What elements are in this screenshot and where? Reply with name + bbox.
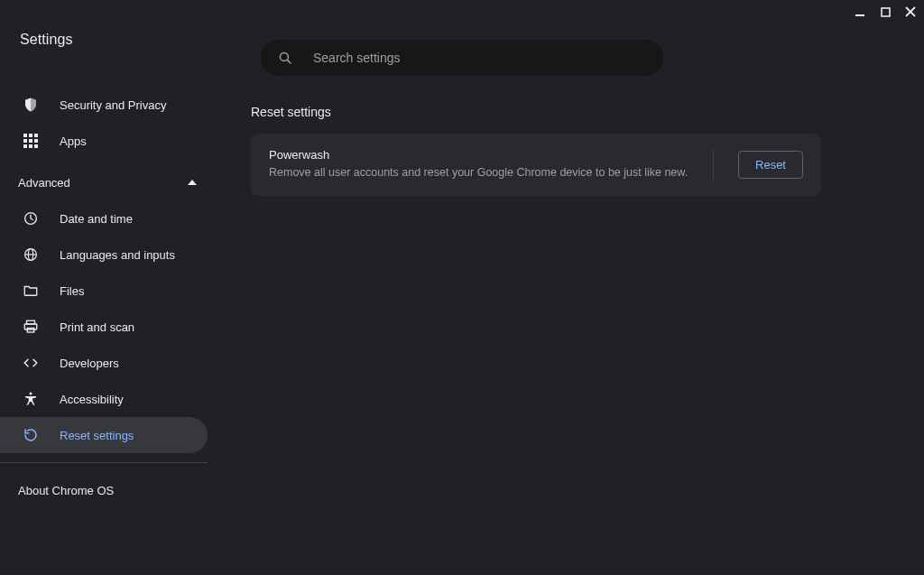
minimize-icon[interactable] xyxy=(854,5,866,18)
accessibility-icon xyxy=(22,390,40,408)
svg-rect-12 xyxy=(23,144,27,148)
sidebar-item-about[interactable]: About Chrome OS xyxy=(0,472,208,508)
svg-rect-1 xyxy=(882,8,890,16)
page-title: Reset settings xyxy=(251,105,821,119)
sidebar: Security and Privacy Apps Advanced xyxy=(0,79,224,575)
search-input[interactable] xyxy=(313,51,647,65)
code-icon xyxy=(22,354,40,372)
window-controls xyxy=(854,5,917,18)
sidebar-item-label: Developers xyxy=(60,357,119,370)
apps-grid-icon xyxy=(22,132,40,150)
reset-icon xyxy=(22,426,40,444)
folder-icon xyxy=(22,282,40,300)
clock-icon xyxy=(22,209,40,227)
close-icon[interactable] xyxy=(904,5,917,18)
powerwash-description: Remove all user accounts and reset your … xyxy=(269,165,688,181)
sidebar-item-label: Date and time xyxy=(60,212,133,226)
svg-point-22 xyxy=(30,393,32,395)
shield-icon xyxy=(22,96,40,114)
sidebar-item-label: Apps xyxy=(60,134,87,148)
svg-rect-11 xyxy=(34,139,38,143)
sidebar-section-advanced[interactable]: Advanced xyxy=(0,164,224,200)
sidebar-item-files[interactable]: Files xyxy=(0,273,208,309)
search-bar[interactable] xyxy=(261,40,663,76)
globe-icon xyxy=(22,246,40,264)
sidebar-item-print-scan[interactable]: Print and scan xyxy=(0,309,208,345)
svg-rect-14 xyxy=(34,144,38,148)
svg-rect-8 xyxy=(34,134,38,137)
svg-rect-6 xyxy=(23,134,27,137)
svg-rect-21 xyxy=(27,329,34,333)
svg-rect-13 xyxy=(29,144,32,148)
sidebar-item-languages[interactable]: Languages and inputs xyxy=(0,236,208,273)
sidebar-divider xyxy=(0,462,208,463)
search-icon xyxy=(277,50,293,66)
sidebar-item-label: Reset settings xyxy=(60,429,134,442)
section-label: Advanced xyxy=(18,176,70,190)
sidebar-item-reset-settings[interactable]: Reset settings xyxy=(0,417,208,453)
sidebar-item-date-time[interactable]: Date and time xyxy=(0,200,208,236)
powerwash-card: Powerwash Remove all user accounts and r… xyxy=(251,134,821,196)
card-separator xyxy=(713,148,714,181)
sidebar-item-developers[interactable]: Developers xyxy=(0,345,208,381)
sidebar-item-apps[interactable]: Apps xyxy=(0,123,208,159)
sidebar-item-label: Files xyxy=(60,284,84,298)
sidebar-item-accessibility[interactable]: Accessibility xyxy=(0,381,208,417)
main-content: Reset settings Powerwash Remove all user… xyxy=(224,79,924,575)
sidebar-item-label: Print and scan xyxy=(60,320,134,334)
topbar: Settings xyxy=(0,0,924,79)
sidebar-item-label: Languages and inputs xyxy=(60,248,175,262)
maximize-icon[interactable] xyxy=(879,5,892,18)
svg-rect-10 xyxy=(29,139,32,143)
sidebar-item-label: About Chrome OS xyxy=(18,484,114,497)
svg-rect-9 xyxy=(23,139,27,143)
powerwash-title: Powerwash xyxy=(269,148,688,162)
app-title: Settings xyxy=(20,32,73,48)
svg-rect-7 xyxy=(29,134,32,137)
chevron-up-icon xyxy=(188,180,197,185)
svg-line-5 xyxy=(287,60,291,63)
sidebar-item-label: Accessibility xyxy=(60,393,124,406)
sidebar-item-label: Security and Privacy xyxy=(60,98,167,112)
sidebar-item-security-privacy[interactable]: Security and Privacy xyxy=(0,87,208,123)
reset-button[interactable]: Reset xyxy=(738,151,803,179)
printer-icon xyxy=(22,318,40,336)
